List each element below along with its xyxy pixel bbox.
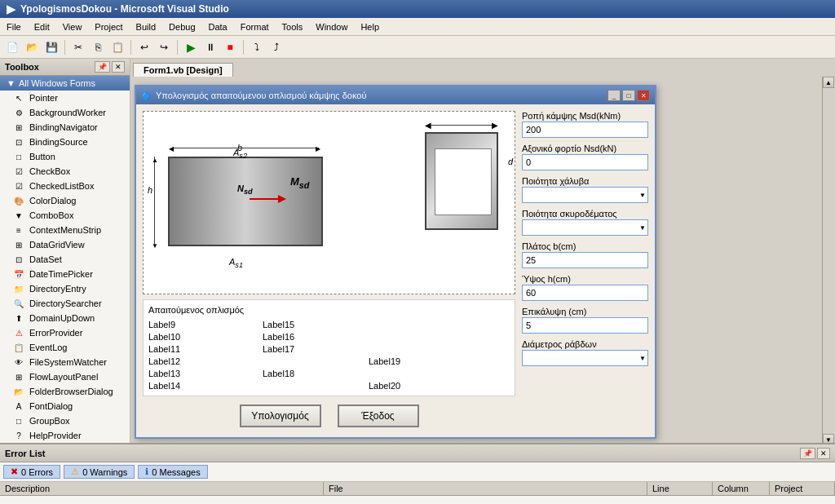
col-file: File [324,482,647,495]
messages-badge[interactable]: ℹ 0 Messages [138,465,207,479]
menu-window[interactable]: Window [309,20,354,33]
axonikofortio-input[interactable] [522,154,648,170]
chevron-down-icon: ▼ [639,192,646,199]
toolbox-colordialog[interactable]: 🎨 ColorDialog [0,193,130,208]
scroll-up-btn[interactable]: ▲ [823,77,834,88]
step2-btn[interactable]: ⤴ [267,38,285,56]
toolbox-contextmenu[interactable]: ≡ ContextMenuStrip [0,223,130,237]
toolbox-pointer[interactable]: ↖ Pointer [0,91,130,105]
run-btn[interactable]: ▶ [182,38,200,56]
toolbox-flowlayout[interactable]: ⊞ FlowLayoutPanel [0,369,130,384]
toolbox-dirsearcher[interactable]: 🔍 DirectorySearcher [0,296,130,311]
pause-btn[interactable]: ⏸ [201,38,219,56]
redo-btn[interactable]: ↪ [155,38,173,56]
poiotitaxaliva-dropdown[interactable]: ▼ [522,187,648,203]
copy-btn[interactable]: ⎘ [89,38,107,56]
errorprovider-icon: ⚠ [13,327,24,338]
error-list-pin-btn[interactable]: 📌 [800,448,815,459]
h-dim-line [154,157,155,246]
toolbox-bindsrc[interactable]: ⊡ BindingSource [0,135,130,149]
menu-view[interactable]: View [56,20,89,33]
new-btn[interactable]: 📄 [3,38,21,56]
toolbox-header-btns: 📌 ✕ [95,61,125,73]
toolbox-bindnav[interactable]: ⊞ BindingNavigator [0,120,130,135]
toolbox-direntry[interactable]: 📁 DirectoryEntry [0,281,130,296]
toolbox-errorprovider[interactable]: ⚠ ErrorProvider [0,325,130,340]
toolbox-item-label: ErrorProvider [29,328,82,338]
chevron-down-icon3: ▼ [639,355,646,362]
toolbox-button[interactable]: □ Button [0,149,130,164]
toolbox-filesystemwatcher[interactable]: 👁 FileSystemWatcher [0,355,130,369]
buttons-row: Υπολογισμός Έξοδος [143,401,515,431]
toolbox-combobox[interactable]: ▼ ComboBox [0,208,130,223]
poiotitaskyrodema-dropdown[interactable]: ▼ [522,219,648,236]
toolbox-groupbox[interactable]: □ GroupBox [0,413,130,428]
open-btn[interactable]: 📂 [23,38,41,56]
toolbox-close-btn[interactable]: ✕ [112,61,125,73]
eventlog-icon: 📋 [13,342,24,353]
menu-build[interactable]: Build [130,20,162,33]
stop-btn[interactable]: ■ [221,38,239,56]
toolbox-dataset[interactable]: ⊡ DataSet [0,252,130,267]
menu-data[interactable]: Data [202,20,234,33]
menu-debug[interactable]: Debug [162,20,201,33]
toolbox: Toolbox 📌 ✕ ▼ All Windows Forms ↖ Pointe… [0,59,130,445]
toolbox-item-label: FolderBrowserDialog [29,387,113,396]
step-btn[interactable]: ⤵ [248,38,266,56]
tab-bar: Form1.vb [Design] [130,59,835,77]
cs-inner-rect [435,148,492,215]
designer-scrollbar[interactable]: ▲ ▼ [822,77,835,445]
error-list-close-btn[interactable]: ✕ [817,448,830,459]
paste-btn[interactable]: 📋 [108,38,126,56]
menu-help[interactable]: Help [354,20,386,33]
toolbox-item-label: DirectorySearcher [29,298,102,308]
form-minimize-btn[interactable]: _ [607,90,621,101]
beam-rect [168,157,323,246]
toolbox-domainupdown[interactable]: ⬆ DomainUpDown [0,311,130,325]
menu-project[interactable]: Project [88,20,129,33]
form-close-btn[interactable]: ✕ [637,90,650,101]
checkbox-icon: ☑ [13,166,24,177]
ropikampsis-input[interactable] [522,122,648,138]
groupbox-icon: □ [13,415,24,427]
save-btn[interactable]: 💾 [42,38,60,56]
toolbox-pin-btn[interactable]: 📌 [95,61,110,73]
warnings-badge[interactable]: ⚠ 0 Warnings [64,465,135,479]
toolbox-eventlog[interactable]: 📋 EventLog [0,340,130,355]
dirsearcher-icon: 🔍 [13,298,24,309]
toolbox-bgworker[interactable]: ⚙ BackgroundWorker [0,105,130,120]
ropikampsis-label: Ροπή κάμψης Msd(kNm) [522,111,648,121]
menu-edit[interactable]: Edit [28,20,56,33]
toolbox-checkedlist[interactable]: ☑ CheckedListBox [0,179,130,193]
epikalypsi-input[interactable] [522,317,648,334]
toolbox-header: Toolbox 📌 ✕ [0,59,130,76]
menu-format[interactable]: Format [234,20,276,33]
b-arrow-right: ▶ [316,145,320,153]
h-arrow-top: ▲ [152,157,158,164]
diametros-dropdown[interactable]: ▼ [522,350,648,366]
tab-form1-design[interactable]: Form1.vb [Design] [133,63,233,77]
ypsos-input[interactable] [522,285,648,301]
combobox-icon: ▼ [13,210,24,221]
toolbox-datagrid[interactable]: ⊞ DataGridView [0,237,130,252]
toolbox-item-label: ColorDialog [29,196,76,206]
form-maximize-btn[interactable]: □ [622,90,635,101]
menu-file[interactable]: File [0,20,28,33]
calculate-button[interactable]: Υπολογισμός [240,405,321,427]
toolbox-fontdialog[interactable]: A FontDialog [0,399,130,413]
label14: Label14 [148,381,263,391]
menu-tools[interactable]: Tools [276,20,310,33]
toolbox-folderbrowser[interactable]: 📂 FolderBrowserDialog [0,384,130,399]
toolbox-helpprovider[interactable]: ? HelpProvider [0,428,130,443]
platos-input[interactable] [522,252,648,268]
undo-btn[interactable]: ↩ [135,38,153,56]
errors-badge[interactable]: ✖ 0 Errors [3,465,60,479]
error-list: Error List 📌 ✕ ✖ 0 Errors ⚠ 0 Warnings ℹ… [0,443,835,504]
exit-button[interactable]: Έξοδος [338,405,419,427]
chevron-down-icon: ▼ [7,78,15,88]
toolbox-datetimepicker[interactable]: 📅 DateTimePicker [0,267,130,281]
cut-btn[interactable]: ✂ [69,38,87,56]
toolbox-section-all-windows[interactable]: ▼ All Windows Forms [0,76,130,91]
toolbox-checkbox[interactable]: ☑ CheckBox [0,164,130,179]
h-arrow-bot: ▼ [152,242,158,250]
